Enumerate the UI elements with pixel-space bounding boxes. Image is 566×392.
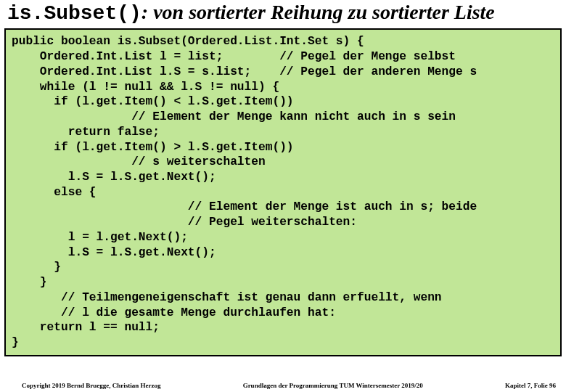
footer-left: Copyright 2019 Bernd Bruegge, Christian … [22, 382, 161, 389]
footer-right: Kapitel 7, Folie 96 [505, 382, 556, 389]
slide-title: is.Subset(): von sortierter Reihung zu s… [7, 1, 563, 24]
footer-center: Grundlagen der Programmierung TUM Winter… [161, 382, 506, 389]
slide: is.Subset(): von sortierter Reihung zu s… [0, 0, 566, 392]
code-block: public boolean is.Subset(Ordered.List.In… [12, 34, 554, 350]
footer: Copyright 2019 Bernd Bruegge, Christian … [0, 382, 566, 389]
title-rest: : von sortierter Reihung zu sortierter L… [142, 1, 495, 23]
code-box: public boolean is.Subset(Ordered.List.In… [4, 28, 562, 356]
title-code-part: is.Subset() [7, 2, 142, 25]
